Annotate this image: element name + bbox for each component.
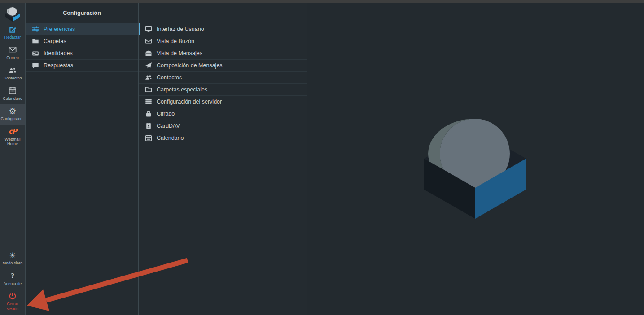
pref-server-settings[interactable]: Configuración del servidor (139, 96, 307, 108)
settings-nav-folders[interactable]: Carpetas (26, 35, 138, 47)
preference-item-label: Carpetas especiales (157, 86, 207, 93)
settings-nav-label: Identidades (44, 50, 73, 56)
sliders-icon (31, 26, 39, 33)
paper-plane-icon (145, 62, 152, 69)
pref-user-interface[interactable]: Interfaz de Usuario (139, 23, 307, 35)
cpanel-icon: cP (9, 127, 17, 136)
chat-icon (31, 62, 39, 69)
content-header (307, 3, 644, 23)
taskmenu-sidebar: Redactar Correo Contactos Calendario ⚙ C… (0, 3, 26, 315)
preference-item-label: Configuración del servidor (157, 99, 222, 105)
sidebar-item-label: Modo claro (3, 261, 23, 266)
settings-nav-label: Respuestas (44, 62, 73, 69)
settings-nav-list: Preferencias Carpetas Identidades Respue… (26, 23, 138, 315)
sidebar-item-about[interactable]: ? Acerca de (0, 269, 25, 289)
sidebar-item-label: Configuraci... (0, 117, 24, 121)
folder-outline-icon (145, 86, 152, 94)
preference-item-label: CardDAV (157, 123, 180, 129)
content-pane (307, 3, 644, 315)
sidebar-item-label: Calendario (3, 96, 22, 101)
server-icon (145, 98, 152, 106)
compose-icon (9, 25, 17, 34)
sidebar-item-label: Webmail Home (5, 137, 21, 147)
cube-sphere-logo-icon (4, 4, 22, 22)
preference-item-label: Contactos (157, 74, 182, 81)
preference-item-label: Vista de Buzón (157, 38, 194, 44)
sidebar-item-label: Acerca de (4, 281, 22, 286)
settings-nav-label: Carpetas (44, 38, 66, 44)
watermark-cube-sphere-logo (424, 116, 528, 221)
settings-nav-identities[interactable]: Identidades (26, 47, 138, 60)
pref-special-folders[interactable]: Carpetas especiales (139, 84, 307, 96)
sidebar-item-mail[interactable]: Correo (0, 43, 25, 64)
contacts-icon (9, 66, 17, 74)
envelope-icon (145, 38, 152, 45)
pref-encryption[interactable]: Cifrado (139, 108, 307, 120)
sidebar-item-webmail-home[interactable]: cP Webmail Home (0, 125, 25, 150)
power-icon (9, 292, 17, 300)
settings-nav-preferences[interactable]: Preferencias (26, 23, 138, 35)
preferences-list: Interfaz de Usuario Vista de Buzón Vista… (139, 23, 307, 315)
calendar-icon (145, 134, 152, 142)
sidebar-item-calendar[interactable]: Calendario (0, 84, 25, 104)
lock-icon (145, 110, 152, 118)
pref-calendar[interactable]: Calendario (139, 132, 307, 144)
sidebar-item-label: Cerrar sesión (0, 302, 25, 311)
preference-item-label: Composición de Mensajes (157, 62, 223, 69)
idcard-icon (31, 50, 39, 57)
monitor-icon (145, 26, 152, 33)
preference-item-label: Calendario (157, 135, 184, 141)
pref-carddav[interactable]: CardDAV (139, 120, 307, 132)
settings-title: Configuración (26, 3, 138, 23)
settings-nav-responses[interactable]: Respuestas (26, 60, 138, 72)
preferences-header (139, 3, 307, 23)
pref-contacts[interactable]: Contactos (139, 72, 307, 84)
sidebar-item-logout[interactable]: Cerrar sesión (0, 289, 25, 314)
gear-icon: ⚙ (9, 107, 16, 115)
users-icon (145, 74, 152, 82)
envelope-open-icon (145, 50, 152, 57)
pref-composing[interactable]: Composición de Mensajes (139, 60, 307, 72)
preference-item-label: Interfaz de Usuario (157, 26, 204, 32)
pref-message-display[interactable]: Vista de Mensajes (139, 47, 307, 60)
top-strip (0, 0, 644, 3)
sidebar-item-contacts[interactable]: Contactos (0, 63, 25, 84)
webmail-logo[interactable] (0, 3, 25, 22)
preference-item-label: Cifrado (157, 111, 175, 117)
settings-nav-column: Configuración Preferencias Carpetas Iden… (26, 3, 139, 315)
sidebar-item-settings[interactable]: ⚙ Configuraci... (0, 104, 25, 125)
folder-icon (31, 38, 39, 45)
preference-item-label: Vista de Mensajes (157, 50, 202, 56)
card-badge-icon (145, 122, 152, 130)
calendar-icon (9, 86, 17, 95)
pref-mailbox-view[interactable]: Vista de Buzón (139, 35, 307, 47)
mail-icon (9, 46, 17, 54)
sidebar-item-compose[interactable]: Redactar (0, 22, 25, 43)
sidebar-item-light-mode[interactable]: ☀ Modo claro (0, 248, 25, 269)
question-icon: ? (11, 272, 14, 280)
sidebar-item-label: Contactos (4, 76, 22, 81)
sun-icon: ☀ (9, 251, 16, 259)
settings-nav-label: Preferencias (44, 26, 75, 32)
preferences-column: Interfaz de Usuario Vista de Buzón Vista… (139, 3, 307, 315)
sidebar-item-label: Redactar (4, 35, 21, 40)
sidebar-item-label: Correo (6, 56, 19, 60)
